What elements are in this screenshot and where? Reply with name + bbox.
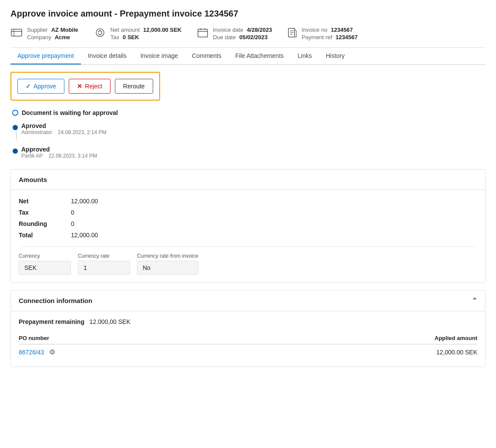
amount-icon bbox=[94, 27, 106, 40]
invoice-date-value: 4/28/2023 bbox=[247, 27, 272, 33]
approval-user-2: Partik AP bbox=[21, 153, 43, 159]
net-label: Net bbox=[19, 198, 71, 205]
approval-item-1: Aproved Administrator 24.08.2023, 2:14 P… bbox=[13, 122, 484, 141]
net-amount-label: Net amount bbox=[111, 27, 140, 33]
tab-comments[interactable]: Comments bbox=[185, 48, 228, 64]
prepayment-remaining-label: Prepayment remaining bbox=[19, 318, 84, 325]
supplier-labels: Supplier AZ Mobile Company Acme bbox=[27, 27, 78, 40]
amounts-section-body: Net 12,000.00 Tax 0 Rounding 0 Total 12,… bbox=[11, 190, 485, 283]
status-section: Document is waiting for approval Aproved… bbox=[10, 109, 486, 159]
amount-block: Net amount 12,000.00 SEK Tax 0 SEK bbox=[94, 27, 181, 40]
approval-content-2: Approved Partik AP 22.08.2023, 3:14 PM bbox=[21, 146, 97, 159]
payment-ref-value: 1234567 bbox=[335, 34, 358, 40]
approval-date-2: 22.08.2023, 3:14 PM bbox=[48, 153, 97, 159]
currency-rate-from-invoice-value: No bbox=[137, 261, 198, 275]
action-buttons-section: ✓ Approve ✕ Reject Reroute bbox=[10, 72, 160, 101]
connection-section: Connection information ⌃ Prepayment rema… bbox=[10, 290, 486, 367]
checkmark-icon: ✓ bbox=[26, 83, 31, 90]
connection-section-header[interactable]: Connection information ⌃ bbox=[11, 290, 485, 311]
total-label: Total bbox=[19, 232, 71, 239]
currency-rate-field: Currency rate 1 bbox=[78, 253, 130, 275]
tab-links[interactable]: Links bbox=[291, 48, 319, 64]
applied-amount-header: Applied amount bbox=[230, 332, 477, 344]
reject-button[interactable]: ✕ Reject bbox=[69, 79, 111, 94]
date-block: Invoice date 4/28/2023 Due date 05/02/20… bbox=[197, 27, 272, 40]
amounts-grid: Net 12,000.00 Tax 0 Rounding 0 Total 12,… bbox=[19, 198, 477, 239]
applied-amount-cell: 12,000.00 SEK bbox=[230, 344, 477, 360]
connection-section-title: Connection information bbox=[19, 297, 92, 304]
amounts-divider bbox=[19, 246, 477, 247]
chevron-up-icon: ⌃ bbox=[472, 296, 477, 305]
tab-invoice-details[interactable]: Invoice details bbox=[81, 48, 134, 64]
approval-content-1: Aproved Administrator 24.08.2023, 2:14 P… bbox=[21, 122, 106, 135]
rounding-label: Rounding bbox=[19, 220, 71, 227]
connection-section-body: Prepayment remaining 12.000,00 SEK PO nu… bbox=[11, 311, 485, 367]
prepayment-remaining: Prepayment remaining 12.000,00 SEK bbox=[19, 318, 477, 325]
amount-labels: Net amount 12,000.00 SEK Tax 0 SEK bbox=[111, 27, 181, 40]
approved-dot-2 bbox=[13, 148, 18, 154]
tax-label: Tax bbox=[111, 34, 119, 40]
tab-approve-prepayment[interactable]: Approve prepayment bbox=[10, 48, 81, 64]
amounts-section: Amounts Net 12,000.00 Tax 0 Rounding 0 T… bbox=[10, 169, 486, 283]
net-amount-value: 12,000.00 SEK bbox=[143, 27, 181, 33]
tab-history[interactable]: History bbox=[319, 48, 352, 64]
approval-item-2: Approved Partik AP 22.08.2023, 3:14 PM bbox=[13, 146, 484, 159]
approval-meta-1: Administrator 24.08.2023, 2:14 PM bbox=[21, 129, 106, 135]
waiting-dot bbox=[12, 110, 18, 116]
company-value: Acme bbox=[55, 34, 70, 40]
currency-field-value: SEK bbox=[19, 261, 71, 275]
tab-bar: Approve prepayment Invoice details Invoi… bbox=[10, 48, 486, 65]
date-labels: Invoice date 4/28/2023 Due date 05/02/20… bbox=[213, 27, 272, 40]
currency-rate-label: Currency rate bbox=[78, 253, 130, 259]
company-label: Company bbox=[27, 34, 51, 40]
svg-rect-6 bbox=[198, 29, 208, 37]
po-table: PO number Applied amount 86726/43 ⚙ 12,0… bbox=[19, 332, 477, 360]
supplier-icon bbox=[10, 27, 23, 40]
payment-ref-label: Payment ref bbox=[302, 34, 332, 40]
currency-field-label: Currency bbox=[19, 253, 71, 259]
supplier-block: Supplier AZ Mobile Company Acme bbox=[10, 27, 78, 40]
due-date-value: 05/02/2023 bbox=[239, 34, 268, 40]
invoice-date-label: Invoice date bbox=[213, 27, 243, 33]
gear-icon[interactable]: ⚙ bbox=[49, 348, 55, 356]
currency-rate-value: 1 bbox=[78, 261, 130, 275]
invoice-no-value: 1234567 bbox=[331, 27, 353, 33]
reject-label: Reject bbox=[85, 83, 102, 90]
tax-amount-value: 0 bbox=[71, 209, 477, 216]
svg-rect-0 bbox=[11, 29, 22, 36]
amounts-section-title: Amounts bbox=[11, 170, 485, 190]
net-value: 12,000.00 bbox=[71, 198, 477, 205]
document-icon bbox=[288, 27, 297, 41]
total-value: 12,000.00 bbox=[71, 232, 477, 239]
invoice-no-block: Invoice no 1234567 Payment ref 1234567 bbox=[288, 27, 358, 41]
tab-invoice-image[interactable]: Invoice image bbox=[134, 48, 185, 64]
supplier-label: Supplier bbox=[27, 27, 48, 33]
table-row: 86726/43 ⚙ 12,000.00 SEK bbox=[19, 344, 477, 360]
header-info-bar: Supplier AZ Mobile Company Acme bbox=[10, 27, 486, 48]
approval-title-1: Aproved bbox=[21, 122, 106, 129]
waiting-status: Document is waiting for approval bbox=[12, 109, 484, 116]
calendar-icon bbox=[197, 27, 208, 40]
supplier-value: AZ Mobile bbox=[51, 27, 78, 33]
tab-file-attachements[interactable]: File Attachements bbox=[228, 48, 291, 64]
approval-meta-2: Partik AP 22.08.2023, 3:14 PM bbox=[21, 153, 97, 159]
reroute-button[interactable]: Reroute bbox=[115, 79, 153, 94]
approval-date-1: 24.08.2023, 2:14 PM bbox=[58, 129, 106, 135]
po-number-cell: 86726/43 ⚙ bbox=[19, 344, 230, 360]
po-number-link[interactable]: 86726/43 bbox=[19, 349, 44, 356]
waiting-label: Document is waiting for approval bbox=[22, 109, 118, 116]
rounding-value: 0 bbox=[71, 220, 477, 227]
currency-field: Currency SEK bbox=[19, 253, 71, 275]
svg-point-3 bbox=[96, 29, 104, 37]
reroute-label: Reroute bbox=[123, 83, 145, 90]
approval-user-1: Administrator bbox=[21, 129, 52, 135]
prepayment-remaining-value: 12.000,00 SEK bbox=[90, 318, 131, 325]
due-date-label: Due date bbox=[213, 34, 236, 40]
approval-title-2: Approved bbox=[21, 146, 97, 153]
approve-button[interactable]: ✓ Approve bbox=[17, 79, 64, 94]
approved-dot-1 bbox=[13, 125, 18, 130]
invoice-no-labels: Invoice no 1234567 Payment ref 1234567 bbox=[302, 27, 358, 40]
x-icon: ✕ bbox=[77, 83, 82, 90]
tax-amount-label: Tax bbox=[19, 209, 71, 216]
po-number-header: PO number bbox=[19, 332, 230, 344]
